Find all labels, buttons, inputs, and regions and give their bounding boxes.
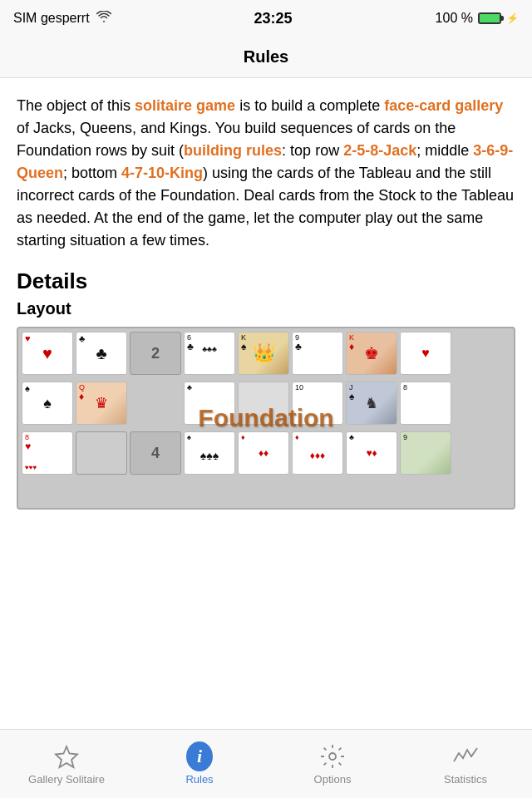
status-right: 100 % ⚡ <box>436 11 519 26</box>
tab-options[interactable]: Options <box>266 730 399 798</box>
tab-gallery-solitaire[interactable]: Gallery Solitaire <box>0 730 133 798</box>
intro-paragraph: The object of this solitaire game is to … <box>17 95 515 252</box>
card-9face: 9 <box>400 431 451 475</box>
card-9clubs: 9 ♣ <box>292 332 343 375</box>
card-clubs: ♣ ♣ <box>76 332 127 375</box>
details-heading: Details <box>17 268 515 294</box>
nav-bar: Rules <box>0 37 532 78</box>
page-title: Rules <box>244 47 288 66</box>
battery-pct-label: 100 % <box>436 11 473 26</box>
card-king-spades: K ♠ 👑 <box>238 332 289 375</box>
face-card-gallery-link[interactable]: face-card gallery <box>384 97 503 114</box>
card-layout-diagram: ♥ ♥ ♣ ♣ 2 6 ♣ ♣♣♣ K ♠ <box>17 327 515 510</box>
card-mixed: ♣ ♥♦ <box>346 431 397 475</box>
intro-part6: ; bottom <box>63 165 121 181</box>
building-rules-link[interactable]: building rules <box>184 142 282 159</box>
card-layout-area: ♥ ♥ ♣ ♣ 2 6 ♣ ♣♣♣ K ♠ <box>17 327 515 510</box>
main-content: The object of this solitaire game is to … <box>0 78 532 729</box>
card-queen-diamonds: Q ♦ ♛ <box>76 382 127 425</box>
status-time: 23:25 <box>254 10 293 27</box>
tab-bar: Gallery Solitaire i Rules Options Statis… <box>0 729 532 798</box>
tab-rules-label: Rules <box>185 773 213 786</box>
wifi-icon <box>96 11 111 26</box>
card-gray2 <box>76 431 127 475</box>
tab-statistics-label: Statistics <box>444 773 487 786</box>
card-8: 8 <box>400 382 451 425</box>
battery-fill <box>480 14 500 22</box>
card-8hearts: 8 ♥ ♥♥♥ <box>22 431 73 475</box>
star-icon <box>53 743 80 770</box>
status-left: SIM gesperrt <box>13 11 111 26</box>
intro-part5: ; middle <box>416 142 473 159</box>
intro-part1: The object of this <box>17 97 135 114</box>
card-face-black: J ♠ ♞ <box>346 382 397 425</box>
layout-heading: Layout <box>17 299 515 318</box>
bolt-icon: ⚡ <box>506 12 519 24</box>
card-row-1: ♥ ♥ ♣ ♣ 2 6 ♣ ♣♣♣ K ♠ <box>18 328 514 378</box>
card-7hearts: ♥ <box>400 332 451 375</box>
bottom-row-link[interactable]: 4-7-10-King <box>121 165 203 181</box>
card-spade-a: ♠ ♠ <box>22 382 73 425</box>
card-num-2: 2 <box>130 332 181 375</box>
tab-gallery-label: Gallery Solitaire <box>28 773 105 786</box>
intro-part2: is to build a complete <box>235 97 384 114</box>
info-icon: i <box>186 743 213 770</box>
battery-box <box>478 12 501 24</box>
svg-marker-0 <box>56 746 77 767</box>
card-row-3: 8 ♥ ♥♥♥ 4 ♠ ♠♠♠ ♦ ♦♦ ♦ ♦♦♦ <box>18 428 514 478</box>
svg-point-1 <box>329 753 336 760</box>
carrier-label: SIM gesperrt <box>13 11 90 26</box>
top-row-link[interactable]: 2-5-8-Jack <box>343 142 416 159</box>
tab-rules[interactable]: i Rules <box>133 730 266 798</box>
intro-part4: : top row <box>282 142 343 159</box>
card-num-placeholder2 <box>130 382 181 425</box>
status-bar: SIM gesperrt 23:25 100 % ⚡ <box>0 0 532 37</box>
battery-container <box>478 12 501 24</box>
tab-statistics[interactable]: Statistics <box>399 730 532 798</box>
tab-options-label: Options <box>314 773 352 786</box>
foundation-label: Foundation <box>198 404 333 432</box>
card-num-4: 4 <box>130 431 181 475</box>
card-king-diamonds: K ♦ ♚ <box>346 332 397 375</box>
card-6clubs: 6 ♣ ♣♣♣ <box>184 332 235 375</box>
gear-icon <box>319 743 346 770</box>
card-heart-2: ♥ ♥ <box>22 332 73 375</box>
solitaire-game-link[interactable]: solitaire game <box>135 97 235 114</box>
card-diamonds2: ♦ ♦♦♦ <box>292 431 343 475</box>
card-spades2: ♠ ♠♠♠ <box>184 431 235 475</box>
card-diamonds: ♦ ♦♦ <box>238 431 289 475</box>
activity-icon <box>452 743 479 770</box>
